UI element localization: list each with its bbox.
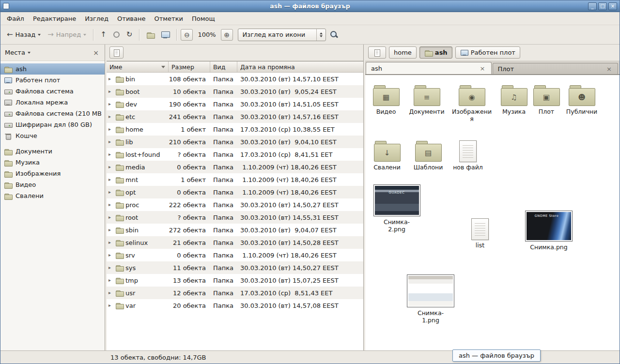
sidebar-item[interactable]: Документи [0,146,105,157]
column-header-date[interactable]: Дата на промяна [237,61,363,72]
sidebar-item[interactable]: Файлова система (210 MB) [0,108,105,119]
file-row[interactable]: lib 210 обекта Папка 30.03.2010 (вт) 9,0… [107,136,363,148]
up-button[interactable]: ↑ [97,29,109,41]
home-button[interactable] [143,29,157,41]
icon-view-item[interactable]: GUADEC Снимка-2.png [372,184,421,233]
back-button[interactable]: ← Назад [4,29,44,41]
expander-icon[interactable] [108,190,113,195]
pathbar-button[interactable] [368,46,386,59]
computer-button[interactable] [158,29,172,41]
expander-icon[interactable] [108,215,113,220]
file-row[interactable]: etc 241 обекта Папка 30.03.2010 (вт) 14,… [107,110,363,123]
tab[interactable]: Плот × [493,63,619,74]
expander-icon[interactable] [108,139,113,144]
menu-item[interactable]: Отиване [113,13,150,25]
sidebar-item[interactable]: ash [0,63,105,75]
icon-view-item[interactable]: GNOME Store Снимка.png [523,211,574,251]
titlebar[interactable]: ash — файлов браузър _ □ × [0,0,620,12]
file-row[interactable]: mnt 1 обект Папка 1.10.2009 (чт) 18,40,2… [107,173,363,186]
file-row[interactable]: proc 222 обекта Папка 30.03.2010 (вт) 14… [107,198,363,211]
icon-view-item[interactable]: ▤ Шаблони [410,140,446,171]
sidebar-caret-icon[interactable] [28,52,31,54]
tab-close-button[interactable]: × [479,65,486,72]
menu-item[interactable]: Редактиране [29,13,80,25]
expander-icon[interactable] [108,152,113,157]
sidebar-close-button[interactable]: × [92,49,100,57]
tab[interactable]: ash × [366,62,492,74]
expander-icon[interactable] [108,265,113,270]
minimize-button[interactable]: _ [588,2,597,10]
zoom-out-button[interactable]: ⊖ [181,29,193,41]
expander-icon[interactable] [108,165,113,169]
icon-view-item[interactable]: Снимка-1.png [405,274,456,324]
expander-icon[interactable] [108,76,113,81]
icon-view-item[interactable]: ≡ Документи [407,85,447,115]
forward-button[interactable]: → Напред [45,29,89,41]
icon-view-item[interactable]: ▦ Видео [368,85,404,115]
tab-close-button[interactable]: × [605,66,613,72]
expander-icon[interactable] [108,114,113,119]
menu-item[interactable]: Отметки [150,13,187,25]
view-mode-select[interactable]: Изглед като икони [238,29,326,41]
sidebar-title[interactable]: Места [5,49,25,56]
file-row[interactable]: sys 11 обекта Папка 30.03.2010 (вт) 14,5… [107,261,363,274]
expander-icon[interactable] [108,102,113,106]
maximize-button[interactable]: □ [598,2,607,10]
file-row[interactable]: sbin 272 обекта Папка 30.03.2010 (вт) 9,… [107,224,363,236]
expander-icon[interactable] [108,278,113,283]
reload-button[interactable]: ↻ [124,29,136,41]
menu-item[interactable]: Помощ [187,13,219,25]
file-row[interactable]: root ? обекта Папка 30.03.2010 (вт) 14,5… [107,211,363,224]
expander-icon[interactable] [108,89,113,94]
icon-view-item[interactable]: ↓ Свалени [370,140,404,171]
icon-view-item[interactable]: ▣ Плот [530,85,562,115]
expander-icon[interactable] [108,253,113,258]
icon-view-item[interactable]: list [464,218,496,249]
search-button[interactable] [327,28,341,41]
expander-icon[interactable] [108,303,113,308]
icon-view-item[interactable]: ◉ Изображения [451,85,492,122]
column-header-size[interactable]: Размер [169,61,210,72]
menu-item[interactable]: Файл [2,13,29,25]
close-button[interactable]: × [608,2,617,10]
file-row[interactable]: bin 108 обекта Папка 30.03.2010 (вт) 14,… [107,73,363,85]
file-row[interactable]: opt 0 обекта Папка 1.10.2009 (чт) 18,40,… [107,186,363,198]
pathbar-button[interactable]: home [389,46,417,59]
file-row[interactable]: var 20 обекта Папка 30.03.2010 (вт) 14,5… [107,299,363,312]
icon-view-item[interactable]: ♫ Музика [497,85,531,115]
column-header-name[interactable]: Име [107,61,169,72]
file-row[interactable]: boot 10 обекта Папка 30.03.2010 (вт) 9,0… [107,85,363,98]
expander-icon[interactable] [108,202,113,207]
file-row[interactable]: tmp 13 обекта Папка 30.03.2010 (вт) 15,0… [107,274,363,287]
file-row[interactable]: selinux 21 обекта Папка 30.03.2010 (вт) … [107,236,363,249]
expander-icon[interactable] [108,240,113,245]
sidebar-item[interactable]: Работен плот [0,75,105,86]
file-row[interactable]: lost+found ? обекта Папка 17.03.2010 (ср… [107,148,363,161]
file-row[interactable]: home 1 обект Папка 17.03.2010 (ср) 10,38… [107,123,363,136]
sidebar-item[interactable]: Изображения [0,168,105,179]
sidebar-item[interactable]: Кошче [0,130,105,141]
file-row[interactable]: dev 190 обекта Папка 30.03.2010 (вт) 14,… [107,98,363,110]
pathbar-button[interactable]: ash [419,46,452,59]
sidebar-item[interactable]: Локална мрежа [0,97,105,108]
sidebar-item[interactable]: Свалени [0,190,105,201]
sidebar-item[interactable]: Файлова система [0,86,105,97]
icon-view-item[interactable]: ☻ Публични [564,85,600,115]
column-header-type[interactable]: Вид [210,61,237,72]
pathbar-button[interactable]: Работен плот [455,46,520,59]
location-icon-button[interactable] [109,46,124,59]
combo-arrows-icon[interactable] [316,29,326,41]
sidebar-item[interactable]: Шифриран дял (80 GB) [0,119,105,130]
sidebar-item[interactable]: Видео [0,179,105,190]
file-row[interactable]: usr 12 обекта Папка 17.03.2010 (ср) 8,51… [107,287,363,299]
file-row[interactable]: srv 0 обекта Папка 1.10.2009 (чт) 18,40,… [107,249,363,261]
icon-view-item[interactable]: нов файл [450,140,485,171]
sidebar-item[interactable]: Музика [0,157,105,168]
expander-icon[interactable] [108,228,113,232]
expander-icon[interactable] [108,177,113,182]
zoom-in-button[interactable]: ⊕ [221,29,233,41]
expander-icon[interactable] [108,290,113,295]
menu-item[interactable]: Изглед [80,13,113,25]
file-row[interactable]: media 0 обекта Папка 1.10.2009 (чт) 18,4… [107,161,363,173]
back-history-caret-icon[interactable] [38,34,41,36]
